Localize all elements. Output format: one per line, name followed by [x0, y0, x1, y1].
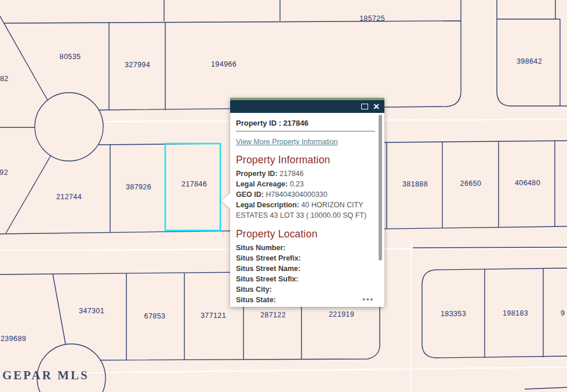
parcel-label: 387926	[126, 183, 151, 191]
close-icon[interactable]: ✕	[373, 102, 380, 111]
parcel-label: 406480	[515, 179, 540, 187]
field-situs-city: Situs City:	[236, 284, 375, 295]
field-situs-number: Situs Number:	[236, 243, 375, 253]
field-value: H78404304000330	[266, 190, 327, 199]
cul-de-sac-upper	[35, 93, 103, 161]
field-geo-id: GEO ID: H78404304000330	[236, 189, 375, 200]
parcel-label: 9	[561, 309, 565, 317]
parcel-label: 26650	[460, 179, 482, 188]
parcel-label: 80535	[60, 53, 81, 61]
field-label: Situs Street Sufix:	[236, 275, 299, 283]
field-situs-state: Situs State:	[236, 295, 375, 305]
parcel-label: 82	[0, 75, 9, 83]
popup-pointer	[222, 193, 230, 208]
field-label: Legal Description:	[236, 201, 299, 209]
parcel-label: 194966	[211, 60, 237, 68]
parcel-label: 398642	[517, 57, 542, 65]
field-situs-street-prefix: Situs Street Prefix:	[236, 253, 375, 263]
parcel-label: 217846	[181, 180, 207, 188]
maximize-icon[interactable]	[361, 104, 368, 109]
field-label: Situs Street Prefix:	[236, 254, 301, 262]
parcel-label: 185725	[359, 14, 385, 23]
field-value: 217846	[279, 170, 304, 178]
field-value: 0.23	[290, 180, 304, 188]
view-more-link[interactable]: View More Property Information	[236, 138, 338, 146]
property-info-popup: ✕ Property ID : 217846 View More Propert…	[230, 98, 384, 307]
gepar-mls-watermark: GEPAR MLS	[2, 368, 89, 383]
popup-title: Property ID : 217846	[236, 119, 375, 127]
parcel-label: 198183	[503, 309, 528, 317]
field-label: Situs City:	[236, 285, 272, 294]
parcel-map[interactable]: 185725 80535 327994 194966 398642 82 392…	[0, 0, 567, 392]
field-label: GEO ID:	[236, 190, 264, 199]
parcel-label: 239689	[1, 335, 26, 343]
parcel-label: 327994	[125, 61, 150, 69]
field-situs-street-sufix: Situs Street Sufix:	[236, 274, 375, 284]
parcel-label: 347301	[79, 307, 104, 315]
parcel-label: 212744	[56, 193, 82, 201]
field-label: Situs Street Name:	[236, 265, 300, 273]
parcel-label: 67853	[144, 312, 166, 320]
parcel-label: 377121	[201, 312, 226, 320]
field-label: Legal Acreage:	[236, 180, 288, 188]
field-legal-acreage: Legal Acreage: 0.23	[236, 179, 375, 189]
ellipsis-icon[interactable]: •••	[362, 295, 374, 303]
popup-scrollbar[interactable]	[379, 115, 382, 261]
property-information-heading: Property Information	[236, 154, 375, 166]
parcel-label: 392	[0, 168, 8, 177]
field-label: Property ID:	[236, 170, 278, 178]
field-label: Situs Number:	[236, 244, 285, 252]
divider	[236, 131, 375, 131]
field-property-id: Property ID: 217846	[236, 168, 375, 179]
parcel-label: 287122	[260, 311, 286, 319]
field-legal-description: Legal Description: 40 HORIZON CITY ESTAT…	[236, 200, 375, 221]
parcel-label: 183353	[441, 310, 466, 318]
popup-header: ✕	[230, 100, 384, 113]
field-situs-street-name: Situs Street Name:	[236, 263, 375, 274]
field-label: Situs State:	[236, 296, 276, 304]
popup-body: Property ID : 217846 View More Property …	[230, 113, 384, 307]
parcel-label: 381888	[402, 180, 428, 188]
parcel-label: 221919	[329, 310, 354, 318]
property-location-heading: Property Location	[236, 228, 375, 240]
